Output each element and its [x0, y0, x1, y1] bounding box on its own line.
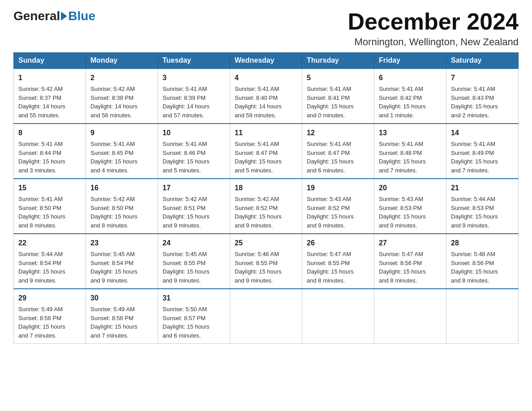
day-number: 15 [18, 183, 81, 193]
day-number: 13 [379, 128, 442, 138]
calendar-cell: 28Sunrise: 5:48 AMSunset: 8:56 PMDayligh… [446, 234, 519, 289]
day-number: 18 [235, 183, 297, 193]
day-number: 9 [90, 128, 153, 138]
day-number: 4 [235, 73, 297, 83]
logo-blue: Blue [68, 9, 95, 23]
day-number: 22 [18, 238, 81, 248]
calendar-cell: 30Sunrise: 5:49 AMSunset: 8:56 PMDayligh… [86, 289, 158, 344]
day-info: Sunrise: 5:42 AMSunset: 8:52 PMDaylight:… [235, 195, 297, 230]
day-info: Sunrise: 5:42 AMSunset: 8:50 PMDaylight:… [90, 195, 153, 230]
day-number: 6 [379, 73, 442, 83]
header-day-thursday: Thursday [302, 53, 374, 69]
calendar-cell: 12Sunrise: 5:41 AMSunset: 8:47 PMDayligh… [302, 124, 374, 179]
day-number: 30 [90, 293, 153, 304]
calendar-cell [230, 289, 302, 344]
day-info: Sunrise: 5:46 AMSunset: 8:55 PMDaylight:… [235, 250, 297, 285]
week-row-5: 29Sunrise: 5:49 AMSunset: 8:56 PMDayligh… [14, 289, 519, 344]
day-info: Sunrise: 5:43 AMSunset: 8:53 PMDaylight:… [379, 195, 442, 230]
calendar-cell: 15Sunrise: 5:41 AMSunset: 8:50 PMDayligh… [14, 179, 86, 234]
calendar-cell: 11Sunrise: 5:41 AMSunset: 8:47 PMDayligh… [230, 124, 302, 179]
week-row-1: 1Sunrise: 5:42 AMSunset: 8:37 PMDaylight… [14, 68, 519, 124]
day-info: Sunrise: 5:45 AMSunset: 8:55 PMDaylight:… [163, 250, 225, 285]
day-number: 11 [235, 128, 297, 138]
day-number: 28 [451, 238, 514, 248]
day-number: 16 [90, 183, 153, 193]
day-number: 24 [163, 238, 225, 248]
calendar-cell: 27Sunrise: 5:47 AMSunset: 8:56 PMDayligh… [374, 234, 446, 289]
header-day-sunday: Sunday [14, 53, 86, 69]
week-row-4: 22Sunrise: 5:44 AMSunset: 8:54 PMDayligh… [14, 234, 519, 289]
location-title: Mornington, Wellington, New Zealand [348, 36, 519, 48]
day-info: Sunrise: 5:41 AMSunset: 8:42 PMDaylight:… [379, 85, 442, 120]
day-number: 25 [235, 238, 297, 248]
calendar-cell: 9Sunrise: 5:41 AMSunset: 8:45 PMDaylight… [86, 124, 158, 179]
calendar-cell: 8Sunrise: 5:41 AMSunset: 8:44 PMDaylight… [14, 124, 86, 179]
day-number: 3 [163, 73, 225, 83]
week-row-3: 15Sunrise: 5:41 AMSunset: 8:50 PMDayligh… [14, 179, 519, 234]
calendar-cell: 17Sunrise: 5:42 AMSunset: 8:51 PMDayligh… [158, 179, 230, 234]
day-number: 29 [18, 293, 81, 304]
title-area: December 2024 Mornington, Wellington, Ne… [348, 9, 519, 48]
day-number: 17 [163, 183, 225, 193]
logo-general: General [13, 9, 60, 23]
calendar-cell: 4Sunrise: 5:41 AMSunset: 8:40 PMDaylight… [230, 68, 302, 124]
header-day-wednesday: Wednesday [230, 53, 302, 69]
header-day-tuesday: Tuesday [158, 53, 230, 69]
calendar-cell: 1Sunrise: 5:42 AMSunset: 8:37 PMDaylight… [14, 68, 86, 124]
day-info: Sunrise: 5:48 AMSunset: 8:56 PMDaylight:… [451, 250, 514, 285]
day-number: 12 [307, 128, 369, 138]
day-info: Sunrise: 5:49 AMSunset: 8:56 PMDaylight:… [18, 305, 81, 340]
day-number: 2 [90, 73, 153, 83]
header-day-friday: Friday [374, 53, 446, 69]
calendar-cell: 10Sunrise: 5:41 AMSunset: 8:46 PMDayligh… [158, 124, 230, 179]
day-info: Sunrise: 5:45 AMSunset: 8:54 PMDaylight:… [90, 250, 153, 285]
month-title: December 2024 [348, 9, 519, 34]
day-info: Sunrise: 5:42 AMSunset: 8:51 PMDaylight:… [163, 195, 225, 230]
calendar-cell: 23Sunrise: 5:45 AMSunset: 8:54 PMDayligh… [86, 234, 158, 289]
logo-text: GeneralBlue [13, 9, 95, 23]
calendar-cell: 21Sunrise: 5:44 AMSunset: 8:53 PMDayligh… [446, 179, 519, 234]
calendar-cell: 25Sunrise: 5:46 AMSunset: 8:55 PMDayligh… [230, 234, 302, 289]
day-info: Sunrise: 5:44 AMSunset: 8:54 PMDaylight:… [18, 250, 81, 285]
calendar-cell: 14Sunrise: 5:41 AMSunset: 8:49 PMDayligh… [446, 124, 519, 179]
calendar-cell: 16Sunrise: 5:42 AMSunset: 8:50 PMDayligh… [86, 179, 158, 234]
day-info: Sunrise: 5:42 AMSunset: 8:38 PMDaylight:… [90, 85, 153, 120]
day-info: Sunrise: 5:41 AMSunset: 8:40 PMDaylight:… [235, 85, 297, 120]
calendar-cell: 19Sunrise: 5:43 AMSunset: 8:52 PMDayligh… [302, 179, 374, 234]
calendar-cell [374, 289, 446, 344]
day-number: 10 [163, 128, 225, 138]
day-info: Sunrise: 5:41 AMSunset: 8:47 PMDaylight:… [307, 140, 369, 175]
day-info: Sunrise: 5:41 AMSunset: 8:48 PMDaylight:… [379, 140, 442, 175]
day-info: Sunrise: 5:41 AMSunset: 8:50 PMDaylight:… [18, 195, 81, 230]
day-info: Sunrise: 5:41 AMSunset: 8:46 PMDaylight:… [163, 140, 225, 175]
day-number: 20 [379, 183, 442, 193]
day-info: Sunrise: 5:41 AMSunset: 8:41 PMDaylight:… [307, 85, 369, 120]
day-info: Sunrise: 5:41 AMSunset: 8:45 PMDaylight:… [90, 140, 153, 175]
day-info: Sunrise: 5:44 AMSunset: 8:53 PMDaylight:… [451, 195, 514, 230]
calendar-cell [302, 289, 374, 344]
day-info: Sunrise: 5:49 AMSunset: 8:56 PMDaylight:… [90, 305, 153, 340]
day-info: Sunrise: 5:50 AMSunset: 8:57 PMDaylight:… [163, 305, 225, 340]
header-day-saturday: Saturday [446, 53, 519, 69]
day-info: Sunrise: 5:41 AMSunset: 8:47 PMDaylight:… [235, 140, 297, 175]
calendar-cell: 26Sunrise: 5:47 AMSunset: 8:55 PMDayligh… [302, 234, 374, 289]
day-info: Sunrise: 5:47 AMSunset: 8:56 PMDaylight:… [379, 250, 442, 285]
day-info: Sunrise: 5:41 AMSunset: 8:44 PMDaylight:… [18, 140, 81, 175]
day-info: Sunrise: 5:41 AMSunset: 8:43 PMDaylight:… [451, 85, 514, 120]
header: GeneralBlue December 2024 Mornington, We… [13, 9, 519, 48]
calendar-cell: 5Sunrise: 5:41 AMSunset: 8:41 PMDaylight… [302, 68, 374, 124]
day-info: Sunrise: 5:47 AMSunset: 8:55 PMDaylight:… [307, 250, 369, 285]
calendar-cell: 6Sunrise: 5:41 AMSunset: 8:42 PMDaylight… [374, 68, 446, 124]
calendar-cell [446, 289, 519, 344]
calendar-cell: 29Sunrise: 5:49 AMSunset: 8:56 PMDayligh… [14, 289, 86, 344]
day-number: 1 [18, 73, 81, 83]
day-number: 21 [451, 183, 514, 193]
day-info: Sunrise: 5:41 AMSunset: 8:39 PMDaylight:… [163, 85, 225, 120]
calendar-table: SundayMondayTuesdayWednesdayThursdayFrid… [13, 52, 519, 344]
calendar-cell: 20Sunrise: 5:43 AMSunset: 8:53 PMDayligh… [374, 179, 446, 234]
calendar-cell: 31Sunrise: 5:50 AMSunset: 8:57 PMDayligh… [158, 289, 230, 344]
calendar-cell: 24Sunrise: 5:45 AMSunset: 8:55 PMDayligh… [158, 234, 230, 289]
calendar-cell: 18Sunrise: 5:42 AMSunset: 8:52 PMDayligh… [230, 179, 302, 234]
day-info: Sunrise: 5:41 AMSunset: 8:49 PMDaylight:… [451, 140, 514, 175]
header-row: SundayMondayTuesdayWednesdayThursdayFrid… [14, 53, 519, 69]
